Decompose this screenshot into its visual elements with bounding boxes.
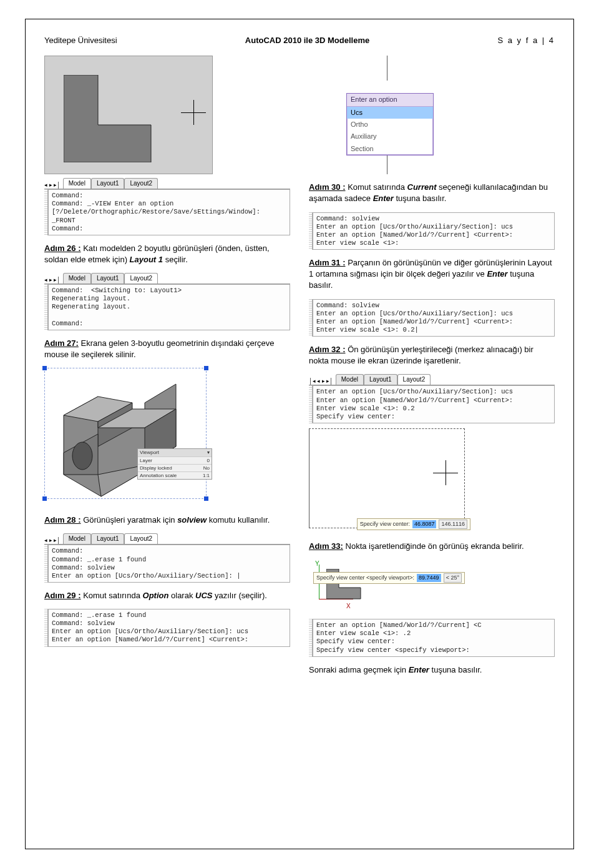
footer-step: Sonraki adıma geçmek için Enter tuşuna b… [309, 664, 555, 676]
viewport-properties-box: Viewport▾ Layer0 Display lockedNo Annota… [137, 448, 212, 480]
left-column: ◂ ▸ ▸│ Model Layout1 Layout2 Command: Co… [44, 56, 290, 683]
tab-model[interactable]: Model [63, 178, 91, 189]
step-26: Adım 26 : Katı modelden 2 boyutlu görünü… [44, 243, 290, 265]
step-28: Adım 28 : Görünüşleri yaratmak için solv… [44, 515, 290, 526]
tab-layout2-2[interactable]: Layout2 [124, 273, 158, 284]
command-text-2: Command: <Switching to: Layout1> Regener… [48, 284, 290, 330]
command-window-6: Command: solview Enter an option [Ucs/Or… [309, 299, 555, 337]
viewport-preview-dashed: Specify view center: 46.8087 146.1116 [309, 428, 465, 528]
header-right: S a y f a | 4 [497, 35, 555, 46]
command-window-2: Command: <Switching to: Layout1> Regener… [44, 284, 290, 330]
header-center: AutoCAD 2010 ile 3D Modelleme [245, 35, 369, 46]
command-window-5: Command: solview Enter an option [Ucs/Or… [309, 212, 555, 250]
grip-handle[interactable] [42, 366, 47, 370]
step-29: Adım 29 : Komut satırında Option olarak … [44, 590, 290, 601]
tab-model-2[interactable]: Model [63, 273, 91, 284]
page-header: Yeditepe Ünivesitesi AutoCAD 2010 ile 3D… [44, 35, 555, 46]
vertical-guide-line [387, 56, 387, 81]
option-ucs[interactable]: Ucs [347, 107, 433, 119]
command-text-4: Command: _.erase 1 found Command: solvie… [48, 609, 290, 647]
cad-front-view-canvas [44, 56, 213, 174]
command-window-1: Command: Command: _-VIEW Enter an option… [44, 189, 290, 235]
command-window-7: Enter an option [Ucs/Ortho/Auxiliary/Sec… [309, 385, 555, 423]
svg-marker-0 [64, 75, 151, 162]
tab-model-3[interactable]: Model [63, 533, 91, 544]
layout-tabbar: ◂ ▸ ▸│ Model Layout1 Layout2 [44, 178, 290, 189]
grip-handle[interactable] [204, 496, 208, 501]
command-text-5: Command: solview Enter an option [Ucs/Or… [313, 212, 555, 250]
coord-tooltip: Specify view center: 46.8087 146.1116 [357, 518, 470, 530]
command-text-6: Command: solview Enter an option [Ucs/Or… [313, 299, 555, 337]
command-text-8: Enter an option [Named/World/?/Current] … [313, 619, 555, 657]
option-auxiliary[interactable]: Auxiliary [347, 131, 433, 142]
tab-layout1-2[interactable]: Layout1 [91, 273, 125, 284]
option-ortho[interactable]: Ortho [347, 119, 433, 131]
command-window-4: Command: _.erase 1 found Command: solvie… [44, 609, 290, 647]
step-30: Adım 30 : Komut satırında Current seçene… [309, 182, 555, 204]
front-view-with-axes: Y X Specify view center <specify viewpor… [309, 560, 465, 609]
viewport-dashed-frame: Viewport▾ Layer0 Display lockedNo Annota… [44, 368, 207, 499]
step-32: Adım 32 : Ön görünüşün yerleştirileceği … [309, 344, 555, 367]
tab-layout1-3[interactable]: Layout1 [91, 533, 125, 544]
option-section[interactable]: Section [347, 143, 433, 155]
grip-handle[interactable] [204, 366, 208, 370]
svg-point-7 [72, 442, 92, 470]
command-window-8: Enter an option [Named/World/?/Current] … [309, 619, 555, 657]
tab-layout1-r[interactable]: Layout1 [364, 374, 397, 385]
tab-layout2-3[interactable]: Layout2 [124, 533, 158, 544]
option-menu-header: Enter an option [347, 94, 433, 106]
option-popup-menu: Enter an option Ucs Ortho Auxiliary Sect… [346, 93, 434, 155]
command-text-7: Enter an option [Ucs/Ortho/Auxiliary/Sec… [313, 385, 555, 423]
command-text-1: Command: Command: _-VIEW Enter an option… [48, 189, 290, 235]
tab-model-r[interactable]: Model [336, 374, 364, 385]
step-27: Adım 27: Ekrana gelen 3-boyutlu geometri… [44, 338, 290, 360]
layout-tabbar-r: │◂ ◂ ▸ ▸│ Model Layout1 Layout2 [309, 374, 555, 385]
command-window-3: Command: Command: _.erase 1 found Comman… [44, 545, 290, 583]
tab-layout2[interactable]: Layout2 [124, 178, 158, 189]
tab-layout2-r[interactable]: Layout2 [397, 374, 431, 385]
tab-layout1[interactable]: Layout1 [91, 178, 125, 189]
layout-tabbar-3: ◂ ▸ ▸│ Model Layout1 Layout2 [44, 533, 290, 545]
step-33: Adım 33: Nokta işaretlendiğinde ön görün… [309, 541, 555, 552]
viewport-tooltip: Specify view center <specify viewport>: … [313, 572, 465, 584]
right-column: Enter an option Ucs Ortho Auxiliary Sect… [309, 56, 555, 683]
grip-handle[interactable] [42, 496, 47, 501]
command-text-3: Command: Command: _.erase 1 found Comman… [48, 545, 290, 583]
isometric-3d-solid [45, 368, 207, 500]
header-left: Yeditepe Ünivesitesi [44, 35, 117, 46]
page-frame: Yeditepe Ünivesitesi AutoCAD 2010 ile 3D… [25, 19, 574, 849]
layout-tabbar-2: ◂ ▸ ▸│ Model Layout1 Layout2 [44, 273, 290, 284]
vertical-guide-line-2 [387, 155, 387, 174]
l-shape-solid [64, 75, 157, 162]
two-column-layout: ◂ ▸ ▸│ Model Layout1 Layout2 Command: Co… [44, 56, 555, 683]
step-31: Adım 31 : Parçanın ön görünüşünün ve diğ… [309, 257, 555, 292]
